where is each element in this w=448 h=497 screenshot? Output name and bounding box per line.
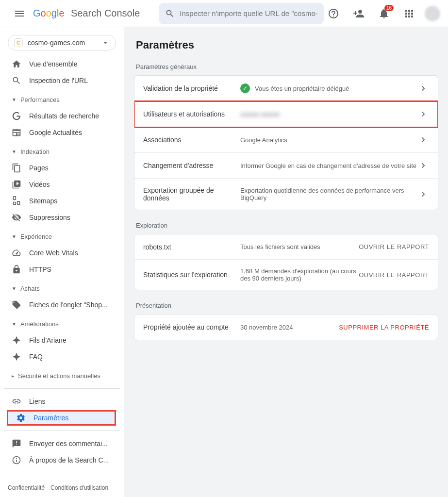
section-experience[interactable]: ▼Expérience	[4, 229, 120, 244]
section-performances[interactable]: ▼Performances	[4, 92, 120, 107]
menu-icon	[14, 8, 25, 19]
nav-https[interactable]: HTTPS	[4, 262, 116, 277]
row-users-permissions[interactable]: Utilisateurs et autorisations xxxxxx xxx…	[134, 101, 438, 127]
nav-search-results[interactable]: Résultats de recherche	[4, 108, 116, 124]
row-address-change[interactable]: Changement d'adresse Informer Google en …	[134, 153, 438, 179]
nav-settings[interactable]: Paramètres	[7, 410, 116, 426]
nav-overview[interactable]: Vue d'ensemble	[4, 56, 116, 72]
help-button[interactable]	[324, 4, 343, 23]
chevron-right-icon	[417, 189, 429, 199]
nav-breadcrumbs[interactable]: Fils d'Ariane	[4, 332, 116, 348]
search-box[interactable]	[159, 3, 324, 24]
enhancement-icon	[12, 352, 21, 362]
google-logo-icon: Google	[33, 8, 69, 19]
crawling-card: robots.txt Tous les fichiers sont valide…	[134, 234, 438, 290]
google-g-icon	[12, 111, 21, 121]
chevron-right-icon	[417, 109, 429, 119]
row-crawl-stats[interactable]: Statistiques sur l'exploration 1,68 M de…	[134, 260, 438, 290]
property-selector[interactable]: C cosmo-games.com	[8, 35, 116, 50]
check-circle-icon: ✓	[240, 83, 250, 93]
section-indexation[interactable]: ▼Indexation	[4, 144, 120, 159]
row-value: ✓ Vous êtes un propriétaire délégué	[240, 83, 417, 93]
nav-label: Vidéos	[29, 181, 50, 188]
nav-url-inspection[interactable]: Inspection de l'URL	[4, 73, 116, 88]
row-label: robots.txt	[143, 243, 240, 251]
row-label: Propriété ajoutée au compte	[143, 323, 240, 331]
nav-label: Sitemaps	[29, 197, 57, 205]
nav-about[interactable]: À propos de la Search C...	[4, 452, 116, 468]
sitemap-icon	[12, 196, 21, 206]
row-value: Tous les fichiers sont valides	[240, 243, 359, 250]
terms-link[interactable]: Conditions d'utilisation	[50, 484, 108, 491]
nav-label: Suppressions	[29, 214, 70, 221]
open-report-button[interactable]: OUVRIR LE RAPPORT	[359, 243, 429, 250]
account-avatar[interactable]	[425, 6, 440, 21]
general-settings-card: Validation de la propriété ✓ Vous êtes u…	[134, 75, 438, 210]
section-presentation-label: Présentation	[136, 302, 438, 309]
search-icon	[12, 76, 21, 85]
home-icon	[12, 59, 21, 69]
row-label: Validation de la propriété	[143, 84, 240, 92]
product-name: Search Console	[71, 8, 140, 19]
property-name: cosmo-games.com	[28, 39, 101, 47]
nav-cwv[interactable]: Core Web Vitals	[4, 245, 116, 261]
apps-button[interactable]	[399, 4, 419, 23]
remove-property-button[interactable]: SUPPRIMER LA PROPRIÉTÉ	[339, 324, 429, 331]
lock-icon	[12, 265, 21, 274]
users-button[interactable]	[349, 4, 368, 23]
search-icon	[165, 9, 175, 18]
section-securite[interactable]: ▸Sécurité et actions manuelles	[4, 368, 120, 383]
row-ownership[interactable]: Validation de la propriété ✓ Vous êtes u…	[134, 76, 438, 101]
row-value: Google Analytics	[240, 136, 417, 144]
section-achats[interactable]: ▼Achats	[4, 281, 120, 296]
row-label: Associations	[143, 136, 240, 144]
enhancement-icon	[12, 335, 21, 345]
row-value-redacted: xxxxxx xxxxxx	[240, 111, 417, 118]
chevron-right-icon	[417, 83, 429, 93]
svg-text:Google: Google	[33, 8, 65, 18]
property-favicon-icon: C	[14, 38, 23, 47]
nav-label: À propos de la Search C...	[29, 456, 109, 464]
row-label: Statistiques sur l'exploration	[143, 271, 240, 279]
nav-pages[interactable]: Pages	[4, 160, 116, 176]
open-report-button[interactable]: OUVRIR LE RAPPORT	[359, 271, 429, 279]
nav-videos[interactable]: Vidéos	[4, 177, 116, 192]
caret-down-icon: ▼	[12, 149, 17, 154]
nav-label: Google Actualités	[29, 129, 82, 136]
divider	[4, 431, 120, 431]
section-ameliorations[interactable]: ▼Améliorations	[4, 316, 120, 331]
row-value: 30 novembre 2024	[240, 324, 339, 331]
nav-faq[interactable]: FAQ	[4, 349, 116, 364]
row-associations[interactable]: Associations Google Analytics	[134, 127, 438, 153]
row-value: Exportation quotidienne des données de p…	[240, 187, 417, 201]
row-value: 1,68 M demandes d'exploration (au cours …	[240, 267, 359, 282]
row-bulk-export[interactable]: Exportation groupée de données Exportati…	[134, 179, 438, 210]
caret-down-icon: ▼	[12, 97, 17, 102]
nav-shopping[interactable]: Fiches de l'onglet "Shop...	[4, 297, 116, 313]
presentation-card: Propriété ajoutée au compte 30 novembre …	[134, 314, 438, 340]
caret-down-icon: ▼	[12, 286, 17, 291]
nav-label: Fiches de l'onglet "Shop...	[29, 301, 108, 309]
product-logo[interactable]: Google Search Console	[33, 8, 140, 19]
nav-label: Pages	[29, 164, 49, 172]
nav-removals[interactable]: Suppressions	[4, 210, 116, 225]
url-inspection-search	[159, 3, 324, 24]
caret-down-icon	[101, 38, 110, 47]
person-add-icon	[353, 8, 365, 19]
chevron-right-icon	[417, 161, 429, 170]
feedback-icon	[12, 439, 21, 448]
nav-links[interactable]: Liens	[4, 394, 116, 409]
nav-feedback[interactable]: Envoyer des commentai...	[4, 436, 116, 451]
search-input[interactable]	[180, 9, 318, 17]
nav-sitemaps[interactable]: Sitemaps	[4, 193, 116, 209]
hamburger-menu-button[interactable]	[8, 2, 31, 25]
caret-down-icon: ▼	[12, 234, 17, 239]
privacy-link[interactable]: Confidentialité	[8, 484, 45, 491]
nav-label: Liens	[29, 398, 45, 405]
nav-label: HTTPS	[29, 265, 51, 273]
sidebar: C cosmo-games.com Vue d'ensemble Inspect…	[0, 27, 124, 497]
notifications-button[interactable]: 16	[374, 4, 394, 23]
caret-down-icon: ▼	[12, 321, 17, 327]
row-robots[interactable]: robots.txt Tous les fichiers sont valide…	[134, 234, 438, 260]
nav-google-news[interactable]: Google Actualités	[4, 125, 116, 140]
